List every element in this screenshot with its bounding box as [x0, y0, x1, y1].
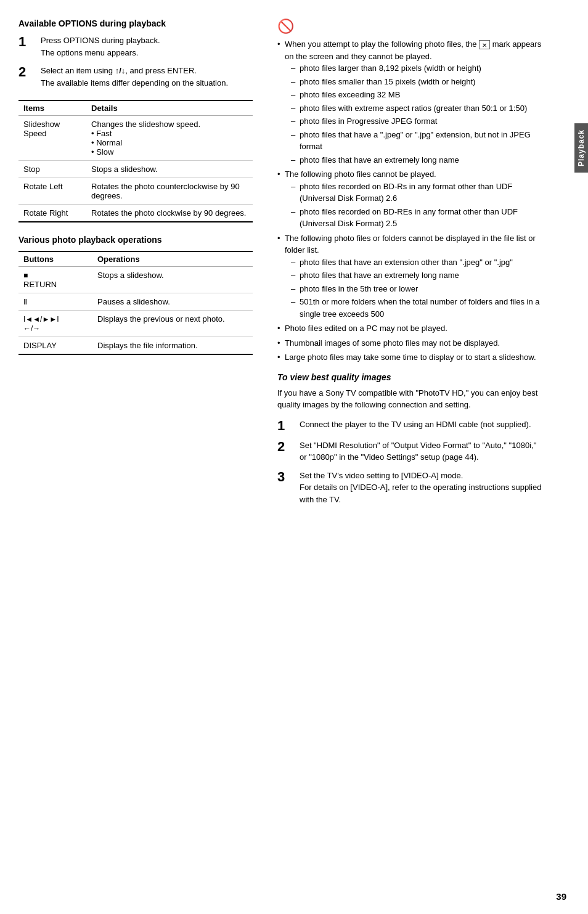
to-view-steps: 1 Connect the player to the TV using an …: [277, 418, 542, 506]
sub-item: photo files that have an extension other…: [291, 256, 542, 269]
sub-item: photo files exceeding 32 MB: [291, 89, 542, 101]
note-item-5: Thumbnail images of some photo files may…: [277, 337, 542, 349]
note-icon: 🚫: [277, 18, 542, 35]
col-details: Details: [86, 100, 253, 116]
table-row: Rotate Left Rotates the photo counterclo…: [18, 178, 253, 205]
to-view-step-3-text: Set the TV's video setting to [VIDEO-A] …: [300, 470, 542, 506]
op-stop-slideshow: Stops a slideshow.: [92, 267, 253, 293]
col-items: Items: [18, 100, 86, 116]
step-2-text: Select an item using ↑/↓, and press ENTE…: [41, 65, 228, 89]
sub-item: photo files that have an extremely long …: [291, 154, 542, 166]
sub-item: photo files with extreme aspect ratios (…: [291, 102, 542, 115]
col-buttons: Buttons: [18, 251, 92, 267]
sub-item: photo files that have a ".jpeg" or ".jpg…: [291, 129, 542, 153]
page-number: 39: [556, 891, 566, 902]
op-display: Displays the file information.: [92, 337, 253, 355]
note-item-1: When you attempt to play the following p…: [277, 38, 542, 166]
step-1-number: 1: [18, 35, 37, 49]
to-view-step-3-number: 3: [277, 470, 296, 484]
detail-rotate-right: Rotates the photo clockwise by 90 degree…: [86, 205, 253, 222]
sub-item: photo files that have an extremely long …: [291, 269, 542, 282]
col-operations: Operations: [92, 251, 253, 267]
right-column: 🚫 When you attempt to play the following…: [265, 0, 567, 914]
button-display: DISPLAY: [18, 337, 92, 355]
sub-item: photo files recorded on BD-REs in any fo…: [291, 206, 542, 230]
item-slideshow-speed: SlideshowSpeed: [18, 116, 86, 161]
table-row: SlideshowSpeed Changes the slideshow spe…: [18, 116, 253, 161]
sub-item: photo files in Progressive JPEG format: [291, 115, 542, 128]
note-item-3: The following photo files or folders can…: [277, 232, 542, 320]
steps-list: 1 Press OPTIONS during playback.The opti…: [18, 35, 253, 89]
playback-table: Buttons Operations ■RETURN Stops a slide…: [18, 251, 253, 355]
sub-list-3: photo files that have an extension other…: [291, 256, 542, 320]
step-1-text: Press OPTIONS during playback.The option…: [41, 35, 160, 59]
to-view-step-3: 3 Set the TV's video setting to [VIDEO-A…: [277, 470, 542, 506]
step-2-number: 2: [18, 65, 37, 80]
sub-list-2: photo files recorded on BD-Rs in any for…: [291, 181, 542, 230]
note-item-4: Photo files edited on a PC may not be pl…: [277, 322, 542, 335]
to-view-step-1-number: 1: [277, 418, 296, 433]
table-row: ■RETURN Stops a slideshow.: [18, 267, 253, 293]
item-rotate-right: Rotate Right: [18, 205, 86, 222]
note-item-2: The following photo files cannot be play…: [277, 168, 542, 230]
to-view-step-1: 1 Connect the player to the TV using an …: [277, 418, 542, 433]
section1-title: Available OPTIONS during playback: [18, 18, 253, 28]
sub-item: photo files in the 5th tree or lower: [291, 283, 542, 295]
section2-title: Various photo playback operations: [18, 235, 253, 245]
to-view-intro: If you have a Sony TV compatible with "P…: [277, 387, 542, 411]
detail-stop: Stops a slideshow.: [86, 161, 253, 178]
button-stop-return: ■RETURN: [18, 267, 92, 293]
to-view-step-1-text: Connect the player to the TV using an HD…: [300, 418, 531, 431]
table-row: Rotate Right Rotates the photo clockwise…: [18, 205, 253, 222]
note-item-6: Large photo files may take some time to …: [277, 351, 542, 364]
button-pause: II: [18, 293, 92, 311]
sub-item: photo files larger than 8,192 pixels (wi…: [291, 62, 542, 75]
to-view-step-2: 2 Set "HDMI Resolution" of "Output Video…: [277, 439, 542, 463]
to-view-step-2-text: Set "HDMI Resolution" of "Output Video F…: [300, 439, 542, 463]
playback-tab: Playback: [574, 123, 588, 173]
sub-item: photo files recorded on BD-Rs in any for…: [291, 181, 542, 205]
left-column: Available OPTIONS during playback 1 Pres…: [0, 0, 265, 914]
options-table: Items Details SlideshowSpeed Changes the…: [18, 100, 253, 222]
table-row: II Pauses a slideshow.: [18, 293, 253, 311]
op-nav: Displays the previous or next photo.: [92, 311, 253, 337]
detail-slideshow-speed: Changes the slideshow speed.• Fast• Norm…: [86, 116, 253, 161]
to-view-step-2-number: 2: [277, 439, 296, 454]
sub-item: 501th or more folders when the total num…: [291, 296, 542, 320]
to-view-title: To view best quality images: [277, 372, 542, 382]
sub-list-1: photo files larger than 8,192 pixels (wi…: [291, 62, 542, 166]
step-2: 2 Select an item using ↑/↓, and press EN…: [18, 65, 253, 89]
table-row: Stop Stops a slideshow.: [18, 161, 253, 178]
table-row: DISPLAY Displays the file information.: [18, 337, 253, 355]
op-pause-slideshow: Pauses a slideshow.: [92, 293, 253, 311]
item-stop: Stop: [18, 161, 86, 178]
step-1: 1 Press OPTIONS during playback.The opti…: [18, 35, 253, 59]
table-row: I◄◄/►►I←/→ Displays the previous or next…: [18, 311, 253, 337]
button-nav: I◄◄/►►I←/→: [18, 311, 92, 337]
crossed-mark: ✕: [479, 40, 490, 49]
detail-rotate-left: Rotates the photo counterclockwise by 90…: [86, 178, 253, 205]
notes-list: When you attempt to play the following p…: [277, 38, 542, 364]
item-rotate-left: Rotate Left: [18, 178, 86, 205]
sub-item: photo files smaller than 15 pixels (widt…: [291, 76, 542, 88]
